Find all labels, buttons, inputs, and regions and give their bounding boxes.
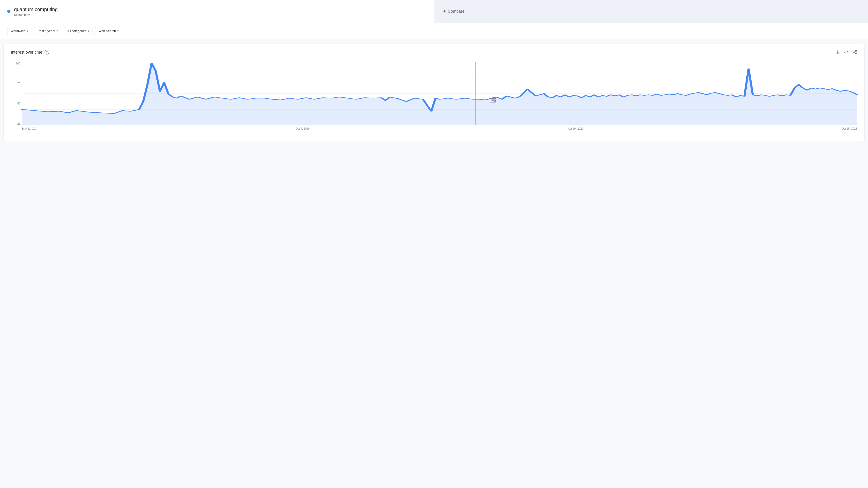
region-label: Worldwide bbox=[11, 29, 25, 33]
search-term-title: quantum computing bbox=[14, 6, 58, 13]
chart-container: 100 75 50 25 Note Ma bbox=[11, 62, 857, 134]
chart-svg: Note bbox=[22, 62, 857, 125]
help-icon[interactable]: ? bbox=[44, 50, 49, 55]
compare-card: + Compare bbox=[434, 0, 868, 23]
search-type-filter[interactable]: Web Search ▾ bbox=[95, 27, 122, 35]
chart-title: Interest over time bbox=[11, 50, 42, 55]
region-filter[interactable]: Worldwide ▾ bbox=[7, 27, 31, 35]
svg-point-1 bbox=[853, 52, 855, 53]
y-label-50: 50 bbox=[18, 102, 20, 105]
y-label-75: 75 bbox=[18, 82, 20, 85]
svg-text:Note: Note bbox=[488, 97, 498, 102]
x-axis: Mar 31, 20... Oct 4, 2020 Apr 10, 2022 O… bbox=[22, 125, 857, 134]
x-label-oct2023: Oct 15, 2023 bbox=[842, 127, 857, 130]
x-label-start: Mar 31, 20... bbox=[22, 127, 37, 130]
x-label-apr2022: Apr 10, 2022 bbox=[568, 127, 583, 130]
category-filter[interactable]: All categories ▾ bbox=[64, 27, 92, 35]
chart-title-row: Interest over time ? bbox=[11, 50, 49, 55]
search-type-chevron-icon: ▾ bbox=[117, 29, 119, 33]
y-label-25: 25 bbox=[18, 122, 20, 125]
svg-line-4 bbox=[854, 51, 856, 52]
chart-actions bbox=[835, 50, 857, 55]
chart-area: Note bbox=[22, 62, 857, 125]
compare-label: Compare bbox=[448, 9, 465, 14]
filters-bar: Worldwide ▾ Past 5 years ▾ All categorie… bbox=[0, 23, 868, 39]
svg-point-2 bbox=[856, 53, 857, 54]
region-chevron-icon: ▾ bbox=[27, 29, 28, 33]
search-term-card: quantum computing Search term bbox=[0, 0, 434, 23]
x-label-oct2020: Oct 4, 2020 bbox=[296, 127, 310, 130]
search-type-label: Web Search bbox=[98, 29, 116, 33]
time-range-filter[interactable]: Past 5 years ▾ bbox=[34, 27, 61, 35]
term-color-dot bbox=[7, 10, 10, 13]
svg-point-0 bbox=[856, 51, 857, 52]
y-label-100: 100 bbox=[16, 62, 20, 65]
share-button[interactable] bbox=[852, 50, 857, 55]
category-chevron-icon: ▾ bbox=[88, 29, 89, 33]
compare-plus-icon: + bbox=[443, 8, 446, 14]
time-chevron-icon: ▾ bbox=[57, 29, 58, 33]
search-term-type: Search term bbox=[14, 13, 30, 17]
svg-line-3 bbox=[854, 53, 856, 53]
chart-header: Interest over time ? bbox=[11, 50, 857, 55]
chart-section: Interest over time ? bbox=[4, 44, 864, 142]
download-button[interactable] bbox=[835, 50, 840, 55]
embed-button[interactable] bbox=[844, 50, 848, 55]
y-axis: 100 75 50 25 bbox=[11, 62, 22, 125]
time-range-label: Past 5 years bbox=[37, 29, 55, 33]
category-label: All categories bbox=[67, 29, 86, 33]
help-icon-symbol: ? bbox=[46, 51, 48, 54]
compare-button[interactable]: + Compare bbox=[443, 8, 465, 14]
